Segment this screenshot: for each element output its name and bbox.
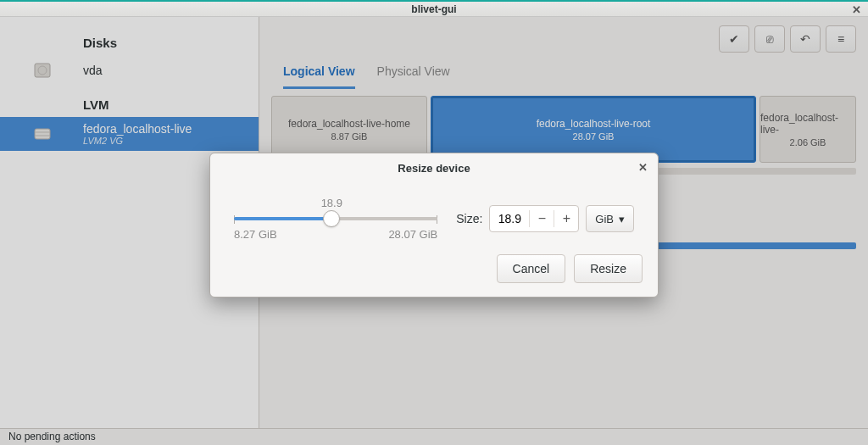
- slider-thumb[interactable]: [323, 210, 340, 227]
- chevron-down-icon: ▾: [619, 213, 625, 225]
- window-close-icon[interactable]: ✕: [852, 3, 861, 16]
- slider-fill: [234, 217, 331, 220]
- size-decrement-button[interactable]: −: [530, 211, 554, 226]
- dialog-body: 18.9 8.27 GiB 28.07 GiB Size: − + GiB ▾: [210, 183, 658, 246]
- dialog-title-text: Resize device: [398, 162, 470, 175]
- slider-track: [234, 217, 437, 220]
- slider-max-label: 28.07 GiB: [388, 228, 437, 241]
- cancel-button[interactable]: Cancel: [497, 254, 566, 283]
- size-label: Size:: [456, 212, 482, 225]
- slider-current-value: 18.9: [321, 197, 342, 209]
- size-input-group: Size: − + GiB ▾: [456, 205, 634, 232]
- resize-dialog: Resize device ✕ 18.9 8.27 GiB 28.07 GiB …: [209, 153, 659, 298]
- window-title: blivet-gui: [411, 3, 456, 15]
- window-titlebar: blivet-gui ✕: [0, 0, 868, 17]
- slider-min-label: 8.27 GiB: [234, 228, 277, 241]
- dialog-actions: Cancel Resize: [210, 246, 658, 297]
- dialog-titlebar: Resize device ✕: [210, 153, 658, 183]
- size-increment-button[interactable]: +: [554, 211, 578, 226]
- resize-button[interactable]: Resize: [574, 254, 643, 283]
- size-slider[interactable]: 18.9 8.27 GiB 28.07 GiB: [234, 198, 437, 239]
- unit-dropdown[interactable]: GiB ▾: [586, 205, 634, 232]
- unit-label: GiB: [595, 213, 614, 225]
- size-input[interactable]: [490, 212, 529, 225]
- dialog-close-icon[interactable]: ✕: [638, 161, 648, 174]
- size-spinbox: − +: [489, 205, 579, 232]
